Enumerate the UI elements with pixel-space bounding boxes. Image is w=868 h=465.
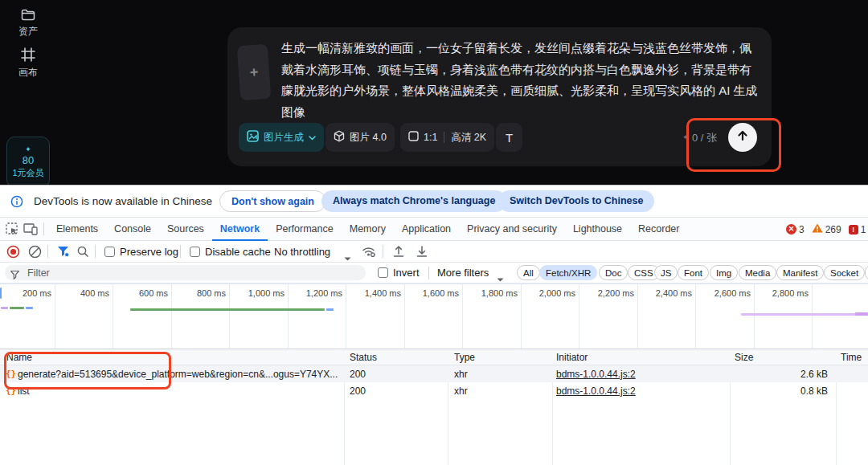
disable-cache-label[interactable]: Disable cache xyxy=(205,246,271,258)
column-header-size[interactable]: Size xyxy=(735,352,753,363)
request-initiator-link[interactable]: bdms-1.0.0.44.js:2 xyxy=(556,369,636,380)
timeline-tick: 1,800 ms xyxy=(463,288,518,298)
issues-icon: ! xyxy=(849,225,858,235)
sidebar-item-assets[interactable]: 资产 xyxy=(6,8,51,39)
ratio-label: 1:1 xyxy=(424,132,437,143)
more-filters-button[interactable]: More filters xyxy=(437,267,489,279)
request-initiator-link[interactable]: bdms-1.0.0.44.js:2 xyxy=(556,385,636,397)
filter-pill-media[interactable]: Media xyxy=(739,265,776,280)
record-button[interactable] xyxy=(6,245,20,262)
timeline-tick: 2,000 ms xyxy=(521,288,575,298)
request-type: xhr xyxy=(454,385,468,397)
tab-sources[interactable]: Sources xyxy=(159,218,212,241)
filter-pill-manifest[interactable]: Manifest xyxy=(776,265,824,280)
error-badge[interactable]: ✕ 3 xyxy=(786,224,805,235)
folder-icon xyxy=(6,8,51,22)
filter-funnel-icon xyxy=(10,268,19,283)
request-type: xhr xyxy=(454,369,468,380)
disable-cache-checkbox[interactable] xyxy=(190,247,200,257)
upload-image-card[interactable]: + xyxy=(237,44,272,100)
divider xyxy=(180,245,181,258)
filter-pill-partial[interactable] xyxy=(865,265,868,280)
export-har-icon[interactable] xyxy=(416,245,428,261)
invert-checkbox[interactable] xyxy=(378,267,388,278)
request-size: 0.8 kB xyxy=(730,385,828,397)
waterfall-bar xyxy=(0,288,2,299)
filter-pill-socket[interactable]: Socket xyxy=(824,265,865,280)
waterfall-bar xyxy=(130,308,325,311)
tab-network[interactable]: Network xyxy=(212,218,268,241)
devtools-panel: DevTools is now available in Chinese Don… xyxy=(0,185,868,465)
waterfall-bar xyxy=(326,308,334,311)
error-count: 3 xyxy=(799,224,805,235)
filter-input[interactable] xyxy=(5,265,366,280)
filter-pill-all[interactable]: All xyxy=(517,265,540,280)
issues-badge[interactable]: ! 1 xyxy=(849,224,866,235)
filter-pill-js[interactable]: JS xyxy=(654,265,678,280)
preserve-log-checkbox[interactable] xyxy=(104,247,115,257)
column-header-status[interactable]: Status xyxy=(350,352,377,363)
dismiss-button[interactable]: Don't show again xyxy=(219,190,326,212)
search-icon[interactable] xyxy=(76,245,89,261)
filter-pill-font[interactable]: Font xyxy=(678,265,709,280)
column-header-initiator[interactable]: Initiator xyxy=(556,352,588,363)
tab-elements[interactable]: Elements xyxy=(48,218,106,241)
prompt-text[interactable]: 生成一幅清新雅致的画面，一位女子留着长发，发丝间点缀着花朵与浅蓝色丝带发饰，佩戴… xyxy=(281,38,760,123)
sidebar-item-label: 资产 xyxy=(6,25,51,39)
tab-application[interactable]: Application xyxy=(394,218,459,241)
import-har-icon[interactable] xyxy=(392,245,405,261)
inspect-element-icon[interactable] xyxy=(6,222,19,239)
divider xyxy=(43,222,44,235)
filter-pill-img[interactable]: Img xyxy=(710,265,738,280)
network-conditions-icon[interactable] xyxy=(362,245,376,261)
tab-privacy-security[interactable]: Privacy and security xyxy=(459,218,565,241)
network-filter-row: Invert More filters All Fetch/XHR Doc CS… xyxy=(0,263,868,283)
gridline xyxy=(812,284,813,349)
invert-label[interactable]: Invert xyxy=(393,267,420,279)
canvas-frame-icon xyxy=(6,47,51,63)
tab-lighthouse[interactable]: Lighthouse xyxy=(565,218,630,241)
ai-image-app: 资产 画布 ✦ 80 1元会员 + 生成一幅清新雅致的画面，一位女子留着长发，发… xyxy=(0,0,868,185)
tab-memory[interactable]: Memory xyxy=(342,218,394,241)
timeline-tick: 1,200 ms xyxy=(288,288,342,298)
filter-pill-doc[interactable]: Doc xyxy=(599,265,628,280)
membership-card[interactable]: ✦ 80 1元会员 xyxy=(6,137,50,188)
timeline-tick: 400 ms xyxy=(55,288,109,298)
tab-recorder[interactable]: Recorder xyxy=(630,218,687,241)
preserve-log-label[interactable]: Preserve log xyxy=(120,246,178,258)
match-language-button[interactable]: Always match Chrome's language xyxy=(321,190,506,212)
divider xyxy=(428,267,429,279)
column-header-time[interactable]: Time xyxy=(841,352,862,363)
device-toolbar-icon[interactable] xyxy=(23,222,39,239)
tab-console[interactable]: Console xyxy=(106,218,159,241)
member-points: 80 xyxy=(23,154,34,166)
devtools-notification-bar: DevTools is now available in Chinese Don… xyxy=(0,186,868,218)
network-overview[interactable]: 200 ms 400 ms 600 ms 800 ms 1,000 ms 1,2… xyxy=(0,283,868,349)
image-icon xyxy=(247,130,259,145)
waterfall-bar xyxy=(10,307,24,309)
switch-chinese-button[interactable]: Switch DevTools to Chinese xyxy=(498,190,654,212)
text-tool-icon: T xyxy=(506,131,513,145)
tab-performance[interactable]: Performance xyxy=(268,218,342,241)
sidebar-item-canvas[interactable]: 画布 xyxy=(6,47,51,80)
chevron-down-icon xyxy=(309,132,316,143)
request-status: 200 xyxy=(350,385,366,397)
filter-toggle-icon[interactable] xyxy=(57,246,70,261)
divider xyxy=(47,245,48,258)
console-badges: ✕ 3 269 ! 1 xyxy=(786,218,866,241)
waterfall-bar xyxy=(741,313,868,316)
model-select-button[interactable]: 图片 4.0 xyxy=(326,123,395,152)
column-header-type[interactable]: Type xyxy=(454,352,475,363)
text-tool-button[interactable]: T xyxy=(496,123,522,152)
clear-button[interactable] xyxy=(28,245,42,262)
timeline-tick: 1,600 ms xyxy=(404,288,459,298)
warning-badge[interactable]: 269 xyxy=(812,223,841,235)
filter-pill-fetch-xhr[interactable]: Fetch/XHR xyxy=(539,265,597,280)
ratio-quality-button[interactable]: 1:1 高清 2K xyxy=(400,123,494,152)
generate-mode-button[interactable]: 图片生成 xyxy=(239,123,324,152)
issues-count: 1 xyxy=(861,224,866,235)
throttling-select[interactable]: No throttling xyxy=(274,246,330,258)
error-icon: ✕ xyxy=(786,224,796,235)
info-icon xyxy=(10,195,23,211)
divider xyxy=(95,245,96,258)
